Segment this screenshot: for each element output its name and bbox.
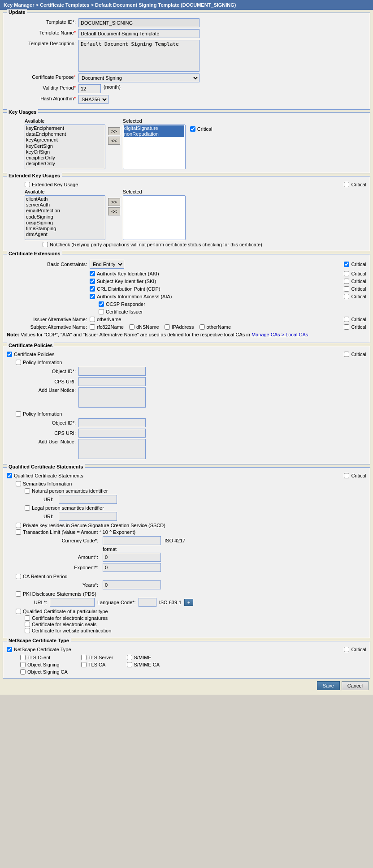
dns-checkbox[interactable]	[129, 324, 134, 330]
object-signing-ca-checkbox[interactable]	[20, 669, 26, 675]
qcs-critical-checkbox[interactable]	[344, 473, 349, 478]
move-left-button[interactable]: <<	[108, 137, 120, 145]
cps-uri-1-input[interactable]	[78, 377, 146, 386]
basic-constraints-critical-checkbox[interactable]	[344, 262, 349, 267]
cert-policies-legend: Certificate Policies	[7, 343, 54, 348]
qcs-section: Qualified Certificate Statements Qualifi…	[3, 467, 370, 638]
aki-critical-checkbox[interactable]	[344, 271, 349, 276]
netscape-section: NetScape Certificate Type NetScape Certi…	[3, 641, 370, 679]
eku-selected-list[interactable]	[123, 195, 186, 240]
obj-id-1-input[interactable]	[78, 367, 146, 376]
rfc822-checkbox[interactable]	[90, 324, 95, 330]
qual-cert-type-checkbox[interactable]	[16, 609, 21, 614]
legal-person-checkbox[interactable]	[25, 505, 30, 511]
san-other-label: otherName	[207, 324, 231, 330]
dns-check-wrap: dNSName	[129, 324, 159, 330]
cdp-label: CRL Distribution Point (CDP)	[97, 286, 160, 292]
currency-code-input[interactable]	[103, 536, 161, 545]
policy-info-2-label: Policy Information	[23, 411, 62, 417]
eku-move-right-button[interactable]: >>	[108, 198, 120, 206]
template-id-input[interactable]	[78, 18, 200, 27]
save-button[interactable]: Save	[317, 681, 340, 690]
obj-id-2-input[interactable]	[78, 418, 146, 427]
ski-critical-checkbox[interactable]	[344, 279, 349, 284]
smime-ca-checkbox[interactable]	[127, 662, 132, 667]
move-right-button[interactable]: >>	[108, 127, 120, 135]
transaction-limit-checkbox[interactable]	[16, 529, 21, 535]
pki-disclosure-checkbox[interactable]	[16, 591, 21, 597]
extended-key-usages-section: Extended Key Usages Extended Key Usage C…	[3, 176, 370, 251]
eku-move-left-button[interactable]: <<	[108, 207, 120, 215]
lang-code-input[interactable]	[139, 598, 156, 607]
cert-esig-checkbox[interactable]	[25, 615, 30, 621]
cert-issuer-checkbox[interactable]	[99, 309, 104, 314]
smime-checkbox[interactable]	[127, 655, 132, 660]
eku-label: Extended Key Usage	[32, 182, 78, 187]
san-other-checkbox[interactable]	[200, 324, 205, 330]
key-usages-critical-checkbox[interactable]	[190, 126, 195, 132]
natural-uri-input[interactable]	[59, 495, 117, 504]
aia-critical-checkbox[interactable]	[344, 294, 349, 299]
eku-available-list[interactable]: clientAuth serverAuth emailProtection co…	[25, 195, 105, 240]
tls-client-label: TLS Client	[27, 655, 50, 660]
obj-id-2-label: Object ID*:	[25, 420, 78, 425]
ip-checkbox[interactable]	[165, 324, 170, 330]
tls-server-checkbox[interactable]	[81, 655, 87, 660]
private-key-label: Private key resides in Secure Signature …	[23, 523, 165, 528]
lang-code-label: Language Code*:	[97, 600, 136, 605]
qcs-checkbox[interactable]	[7, 473, 12, 478]
ns-cert-type-checkbox[interactable]	[7, 647, 12, 652]
exponent-input[interactable]	[103, 563, 161, 572]
ca-retention-checkbox[interactable]	[16, 574, 21, 579]
add-user-notice-2-textarea[interactable]	[78, 439, 146, 459]
basic-constraints-select[interactable]: End Entity CA	[90, 260, 124, 269]
issuer-alt-critical-checkbox[interactable]	[344, 317, 349, 322]
object-signing-ca-label: Object Signing CA	[27, 669, 68, 675]
cdp-checkbox[interactable]	[90, 286, 95, 292]
semantics-checkbox[interactable]	[16, 481, 21, 486]
hash-algorithm-select[interactable]: SHA256 SHA384 SHA512	[78, 95, 108, 104]
cert-policies-critical-checkbox[interactable]	[344, 352, 349, 357]
ns-critical-checkbox[interactable]	[344, 647, 349, 652]
legal-uri-input[interactable]	[59, 512, 117, 521]
ski-checkbox[interactable]	[90, 279, 95, 284]
tls-client-checkbox[interactable]	[20, 655, 26, 660]
validity-period-input[interactable]	[78, 84, 101, 93]
aki-critical-label: Critical	[351, 271, 366, 276]
private-key-checkbox[interactable]	[16, 523, 21, 528]
cert-purpose-select[interactable]: Document Signing	[78, 73, 200, 82]
object-signing-checkbox[interactable]	[20, 662, 26, 667]
url-input[interactable]	[50, 598, 95, 607]
cert-web-checkbox[interactable]	[25, 628, 30, 633]
template-id-label: Template ID*:	[7, 18, 78, 25]
amount-input[interactable]	[103, 553, 161, 562]
template-name-input[interactable]	[78, 29, 200, 38]
available-key-usages-list[interactable]: keyEncipherment dataEncipherment keyAgre…	[25, 125, 105, 169]
ocsp-checkbox[interactable]	[99, 301, 104, 307]
san-critical-checkbox[interactable]	[344, 324, 349, 330]
cert-eseal-checkbox[interactable]	[25, 622, 30, 627]
pki-disclosure-label: PKI Disclosure Statements (PDS)	[23, 591, 96, 597]
eku-critical-checkbox[interactable]	[344, 182, 349, 187]
policy-info-1-checkbox[interactable]	[16, 360, 21, 365]
note-link[interactable]: Manage CAs > Local CAs	[252, 332, 308, 337]
nocheck-checkbox[interactable]	[43, 242, 48, 247]
cps-uri-2-input[interactable]	[78, 429, 146, 438]
cancel-button[interactable]: Cancel	[342, 681, 369, 690]
natural-person-checkbox[interactable]	[25, 488, 30, 494]
policy-info-2-checkbox[interactable]	[16, 411, 21, 417]
issuer-alt-other-checkbox[interactable]	[90, 317, 95, 322]
ip-label: IPAddress	[172, 324, 194, 330]
years-input[interactable]	[103, 580, 161, 589]
cert-policies-checkbox[interactable]	[7, 352, 12, 357]
aki-checkbox[interactable]	[90, 271, 95, 276]
template-desc-textarea[interactable]: Default Document Signing Template	[78, 40, 200, 72]
aia-checkbox[interactable]	[90, 294, 95, 299]
eku-checkbox[interactable]	[25, 182, 30, 187]
cdp-critical-checkbox[interactable]	[344, 286, 349, 292]
selected-key-usages-list[interactable]: digitalSignature nonRepudiation	[123, 125, 186, 169]
tls-ca-checkbox[interactable]	[81, 662, 87, 667]
add-user-notice-1-textarea[interactable]	[78, 387, 146, 408]
subject-alt-name-label: Subject Alternative Name:	[7, 324, 90, 330]
add-pds-button[interactable]: +	[184, 599, 193, 606]
